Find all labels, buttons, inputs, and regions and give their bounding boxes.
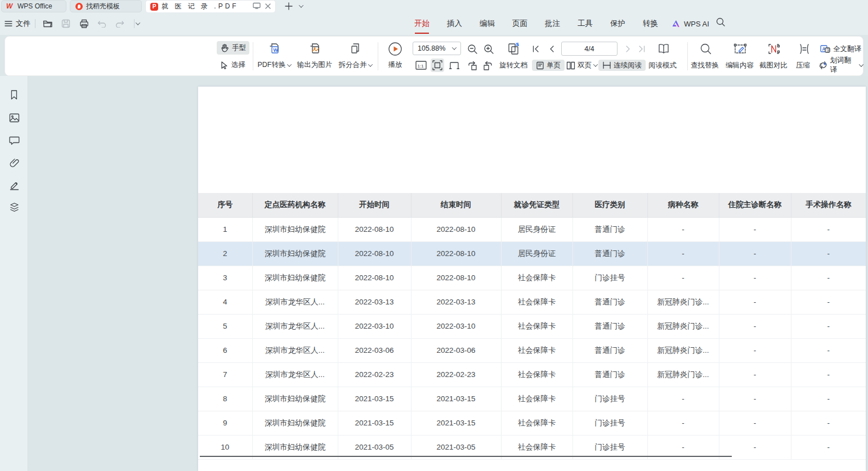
organize-pages-icon[interactable]: [506, 42, 521, 56]
table-cell: 深圳市妇幼保健院: [252, 266, 338, 290]
tab-wps-office[interactable]: W WPS Office: [1, 0, 66, 12]
hand-tool-button[interactable]: 手型: [217, 41, 249, 55]
table-cell: 门诊挂号: [572, 411, 647, 435]
zoom-in-icon[interactable]: [481, 42, 496, 56]
wps-ai-button[interactable]: WPS AI: [672, 12, 709, 35]
first-page-button[interactable]: [530, 43, 542, 55]
word-translate-button[interactable]: A文 划词翻译: [818, 60, 863, 71]
menu-search-icon[interactable]: [715, 17, 726, 29]
menu-tab-edit[interactable]: 编辑: [479, 17, 495, 30]
tab-docer-templates[interactable]: 找稻壳模板: [70, 0, 142, 12]
page-number-input[interactable]: 4/4: [561, 42, 618, 56]
table-cell: 2022-08-10: [411, 217, 501, 241]
table-cell: 普通门诊: [572, 241, 647, 266]
pdf-convert-button[interactable]: W PDF转换: [253, 40, 295, 73]
compress-label[interactable]: 压缩: [796, 60, 810, 71]
last-page-button[interactable]: [636, 43, 648, 55]
rotate-right-icon[interactable]: [481, 59, 495, 72]
open-file-icon[interactable]: [42, 17, 54, 30]
table-cell: 新冠肺炎门诊...: [647, 290, 719, 314]
fit-page-button[interactable]: [448, 59, 461, 72]
table-header-cell: 就诊凭证类型: [501, 193, 572, 217]
menu-tab-home[interactable]: 开始: [414, 17, 430, 30]
pdf-page[interactable]: 序号定点医药机构名称开始时间结束时间就诊凭证类型医疗类别病种名称住院主诊断名称手…: [198, 87, 866, 471]
find-replace-label[interactable]: 查找替换: [691, 60, 719, 71]
bookmark-icon[interactable]: [7, 88, 21, 102]
svg-text:字: 字: [826, 48, 830, 52]
full-translate-button[interactable]: A字 全文翻译: [820, 43, 861, 55]
table-cell: 社会保障卡: [501, 362, 572, 387]
table-cell: 社会保障卡: [501, 290, 572, 314]
close-tab-icon[interactable]: [265, 3, 271, 11]
menu-tab-tools[interactable]: 工具: [577, 17, 593, 30]
table-cell: 3: [198, 266, 252, 290]
tab-list-chevron-icon[interactable]: [299, 0, 303, 12]
table-cell: 9: [198, 411, 252, 435]
table-cell: 深圳市妇幼保健院: [252, 241, 338, 266]
print-icon[interactable]: [78, 17, 90, 30]
tab-document-pdf[interactable]: P 就 医 记 录 .PDF: [145, 0, 276, 12]
single-page-button[interactable]: 单页: [532, 60, 565, 71]
file-menu-button[interactable]: 文件: [5, 12, 30, 35]
table-cell: 2022-03-13: [411, 290, 501, 314]
table-cell: 6: [198, 338, 252, 362]
select-tool-button[interactable]: 选择: [217, 58, 249, 71]
signature-icon[interactable]: [7, 178, 21, 192]
tab-label: 找稻壳模板: [86, 2, 120, 11]
play-button[interactable]: 播放: [377, 40, 414, 73]
menu-tab-comment[interactable]: 批注: [544, 17, 561, 30]
next-page-button[interactable]: [622, 43, 634, 55]
save-icon[interactable]: [60, 17, 72, 30]
read-mode-icon[interactable]: [656, 42, 671, 56]
rotate-doc-label[interactable]: 旋转文档: [499, 60, 527, 71]
screenshot-compare-icon[interactable]: [767, 42, 781, 56]
thumbnails-icon[interactable]: [7, 111, 21, 124]
edit-content-label[interactable]: 编辑内容: [726, 60, 754, 71]
split-merge-label: 拆分合并: [339, 60, 367, 70]
edit-content-icon[interactable]: [733, 42, 748, 56]
svg-text:文: 文: [819, 63, 822, 66]
table-cell: 2022-08-10: [338, 241, 411, 266]
table-cell: 2022-03-06: [338, 338, 411, 362]
attachment-icon[interactable]: [7, 156, 21, 169]
table-row: 9深圳市妇幼保健院2021-03-152021-03-15社会保障卡门诊挂号--…: [198, 411, 866, 435]
table-cell: 2022-08-10: [338, 217, 411, 241]
table-cell: 深圳市龙华区人...: [252, 362, 338, 387]
comment-icon[interactable]: [7, 133, 21, 147]
read-mode-label[interactable]: 阅读模式: [648, 60, 677, 71]
split-merge-button[interactable]: 拆分合并: [334, 40, 376, 73]
double-page-button[interactable]: 双页: [566, 60, 597, 71]
export-image-button[interactable]: 输出为图片: [294, 40, 335, 73]
table-row: 7深圳市龙华区人...2022-02-232022-02-23社会保障卡普通门诊…: [198, 362, 866, 387]
find-replace-icon[interactable]: [699, 42, 713, 56]
menu-tab-page[interactable]: 页面: [512, 17, 528, 30]
menu-tab-convert[interactable]: 转换: [642, 17, 659, 30]
new-tab-button[interactable]: [285, 0, 293, 12]
zoom-level-select[interactable]: 105.88%: [413, 42, 461, 55]
menu-tab-protect[interactable]: 保护: [610, 17, 626, 30]
screenshot-compare-label[interactable]: 截图对比: [759, 60, 788, 71]
rotate-left-icon[interactable]: [466, 59, 479, 72]
table-cell: 2022-03-06: [411, 338, 501, 362]
continuous-read-button[interactable]: 连续阅读: [598, 60, 646, 71]
ribbon-toolbar: 手型 选择 W PDF转换 输出为图片: [5, 36, 863, 76]
table-cell: 1: [198, 217, 252, 241]
screen-share-icon[interactable]: [253, 2, 261, 11]
table-cell: -: [791, 362, 866, 387]
redo-icon[interactable]: [114, 17, 126, 30]
undo-icon[interactable]: [96, 17, 108, 30]
prev-page-button[interactable]: [545, 43, 558, 55]
pdf-convert-label: PDF转换: [258, 60, 286, 70]
menu-tab-insert[interactable]: 插入: [446, 17, 463, 30]
layers-icon[interactable]: [7, 200, 21, 214]
compress-icon[interactable]: [797, 42, 812, 56]
table-cell: -: [791, 217, 866, 241]
table-cell: 普通门诊: [572, 314, 647, 338]
table-cell: 2022-08-10: [338, 266, 411, 290]
fit-width-button[interactable]: [431, 59, 444, 72]
actual-size-button[interactable]: 1:1: [414, 59, 428, 72]
wps-ai-label: WPS AI: [684, 20, 709, 28]
table-header-cell: 定点医药机构名称: [252, 193, 338, 217]
table-header-cell: 病种名称: [647, 193, 719, 217]
zoom-out-icon[interactable]: [465, 42, 480, 56]
